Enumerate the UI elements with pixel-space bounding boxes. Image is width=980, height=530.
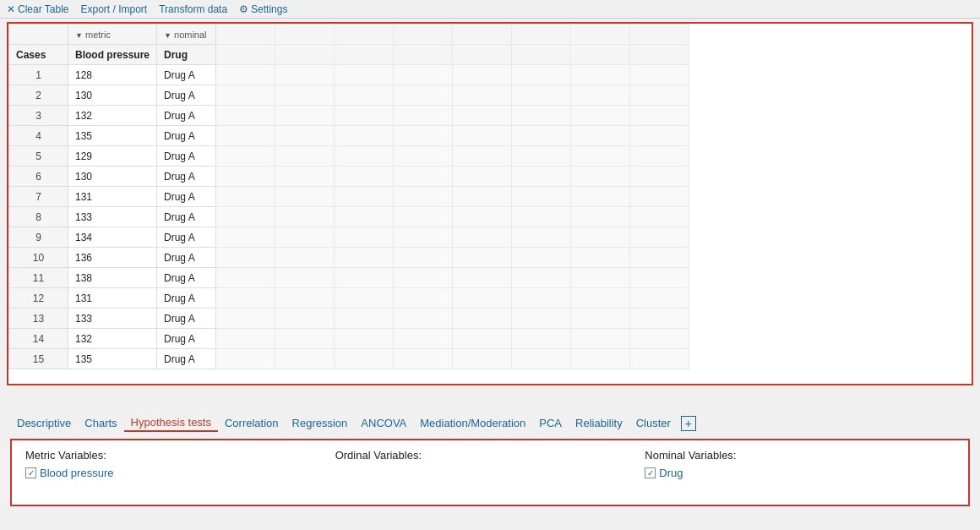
settings-icon bbox=[239, 3, 248, 15]
table-row: 9134Drug A bbox=[9, 227, 689, 248]
data-table-section: metric nominal bbox=[0, 19, 980, 407]
empty-col-6 bbox=[512, 45, 571, 65]
nominal-variables-group: Nominal Variables: ✓Drug bbox=[645, 449, 955, 496]
empty-data-1 bbox=[216, 349, 275, 369]
case-number-cell: 12 bbox=[9, 288, 68, 309]
empty-data-7 bbox=[571, 268, 630, 288]
empty-data-8 bbox=[630, 65, 689, 85]
empty-data-2 bbox=[275, 187, 335, 207]
table-scroll[interactable]: metric nominal bbox=[8, 24, 972, 384]
empty-data-3 bbox=[335, 309, 394, 329]
empty-data-5 bbox=[453, 207, 512, 227]
blood-pressure-cell: 133 bbox=[68, 207, 157, 227]
tab-pca[interactable]: PCA bbox=[532, 415, 569, 431]
empty-data-6 bbox=[512, 329, 571, 349]
empty-data-5 bbox=[453, 146, 512, 167]
tab-mediation-moderation[interactable]: Mediation/Moderation bbox=[413, 415, 532, 431]
empty-type-2 bbox=[275, 25, 335, 45]
case-number-cell: 7 bbox=[9, 187, 68, 207]
empty-data-5 bbox=[453, 248, 512, 268]
empty-data-1 bbox=[216, 309, 275, 329]
empty-data-1 bbox=[216, 106, 275, 126]
blood-pressure-cell: 130 bbox=[68, 167, 157, 187]
empty-data-5 bbox=[453, 349, 512, 369]
cases-header: Cases bbox=[9, 45, 68, 65]
main-content: metric nominal bbox=[0, 19, 980, 530]
export-import-button[interactable]: Export / Import bbox=[80, 3, 147, 15]
drug-cell: Drug A bbox=[157, 65, 216, 85]
ordinal-variables-group: Ordinal Variables: bbox=[335, 449, 645, 496]
empty-data-4 bbox=[394, 248, 453, 268]
empty-data-1 bbox=[216, 248, 275, 268]
empty-data-8 bbox=[630, 167, 689, 187]
var-item-blood-pressure[interactable]: ✓Blood pressure bbox=[25, 467, 335, 479]
tab-ancova[interactable]: ANCOVA bbox=[354, 415, 413, 431]
transform-data-button[interactable]: Transform data bbox=[159, 3, 227, 15]
var-checkbox-drug[interactable]: ✓ bbox=[645, 467, 656, 478]
empty-type-1 bbox=[216, 25, 275, 45]
blood-pressure-cell: 130 bbox=[68, 85, 157, 106]
empty-data-8 bbox=[630, 329, 689, 349]
drug-cell: Drug A bbox=[157, 329, 216, 349]
drug-cell: Drug A bbox=[157, 106, 216, 126]
tab-charts[interactable]: Charts bbox=[78, 415, 123, 431]
empty-data-6 bbox=[512, 309, 571, 329]
empty-data-8 bbox=[630, 349, 689, 369]
table-row: 13133Drug A bbox=[9, 309, 689, 329]
empty-data-8 bbox=[630, 248, 689, 268]
tab-descriptive[interactable]: Descriptive bbox=[10, 415, 78, 431]
table-row: 5129Drug A bbox=[9, 146, 689, 167]
empty-col-8 bbox=[630, 45, 689, 65]
empty-data-3 bbox=[335, 207, 394, 227]
drug-cell: Drug A bbox=[157, 288, 216, 309]
empty-data-1 bbox=[216, 167, 275, 187]
empty-data-2 bbox=[275, 167, 335, 187]
empty-col-4 bbox=[394, 45, 453, 65]
blood-pressure-cell: 135 bbox=[68, 349, 157, 369]
empty-data-2 bbox=[275, 126, 335, 146]
empty-type-5 bbox=[453, 25, 512, 45]
table-row: 7131Drug A bbox=[9, 187, 689, 207]
empty-data-5 bbox=[453, 309, 512, 329]
blood-pressure-cell: 131 bbox=[68, 288, 157, 309]
empty-data-2 bbox=[275, 329, 335, 349]
clear-icon bbox=[7, 3, 15, 15]
empty-data-5 bbox=[453, 268, 512, 288]
empty-data-7 bbox=[571, 309, 630, 329]
blood-pressure-cell: 132 bbox=[68, 329, 157, 349]
empty-data-7 bbox=[571, 288, 630, 309]
tab-correlation[interactable]: Correlation bbox=[218, 415, 286, 431]
empty-data-8 bbox=[630, 146, 689, 167]
empty-data-2 bbox=[275, 106, 335, 126]
clear-table-button[interactable]: Clear Table bbox=[7, 3, 68, 15]
case-number-cell: 2 bbox=[9, 85, 68, 106]
empty-data-1 bbox=[216, 207, 275, 227]
table-row: 11138Drug A bbox=[9, 268, 689, 288]
tab-reliability[interactable]: Reliability bbox=[569, 415, 629, 431]
empty-data-3 bbox=[335, 248, 394, 268]
empty-data-4 bbox=[394, 106, 453, 126]
metric-variables-label: Metric Variables: bbox=[25, 449, 335, 462]
settings-button[interactable]: Settings bbox=[239, 3, 287, 15]
add-tab-button[interactable]: + bbox=[681, 416, 696, 431]
empty-data-1 bbox=[216, 85, 275, 106]
arrow-down-icon bbox=[75, 30, 83, 40]
table-row: 6130Drug A bbox=[9, 167, 689, 187]
empty-data-1 bbox=[216, 227, 275, 248]
empty-data-5 bbox=[453, 106, 512, 126]
var-item-drug[interactable]: ✓Drug bbox=[645, 467, 955, 479]
tab-cluster[interactable]: Cluster bbox=[629, 415, 678, 431]
empty-data-4 bbox=[394, 288, 453, 309]
empty-data-2 bbox=[275, 65, 335, 85]
toolbar: Clear Table Export / Import Transform da… bbox=[0, 0, 980, 19]
empty-data-6 bbox=[512, 85, 571, 106]
var-checkbox-blood-pressure[interactable]: ✓ bbox=[25, 467, 36, 478]
ordinal-variables-label: Ordinal Variables: bbox=[335, 449, 645, 462]
tab-hypothesis-tests[interactable]: Hypothesis tests bbox=[124, 414, 218, 432]
empty-data-7 bbox=[571, 146, 630, 167]
empty-data-6 bbox=[512, 248, 571, 268]
empty-data-3 bbox=[335, 126, 394, 146]
tab-regression[interactable]: Regression bbox=[286, 415, 355, 431]
nominal-vars-list: ✓Drug bbox=[645, 467, 955, 479]
data-table-container: metric nominal bbox=[7, 22, 973, 385]
